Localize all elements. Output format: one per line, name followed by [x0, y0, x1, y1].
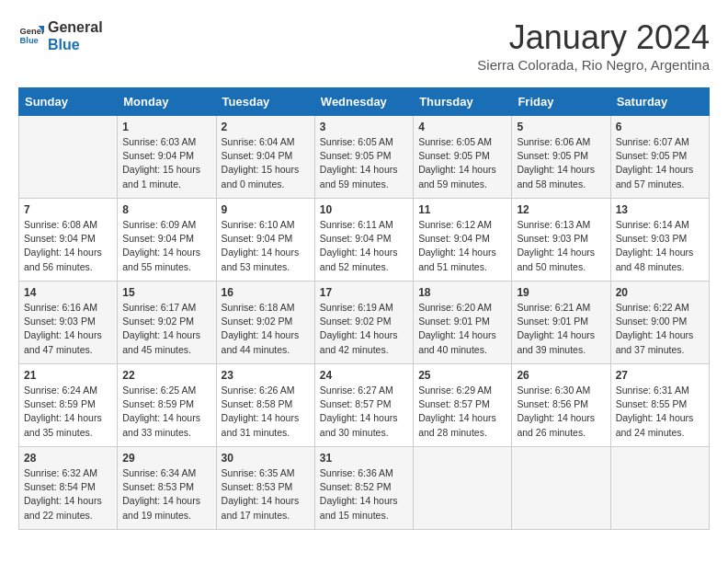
cell-info: Sunrise: 6:24 AMSunset: 8:59 PMDaylight:…	[24, 384, 112, 440]
day-number: 5	[517, 121, 605, 133]
weekday-header-row: SundayMondayTuesdayWednesdayThursdayFrid…	[19, 88, 710, 116]
weekday-header-monday: Monday	[118, 88, 216, 116]
cell-info: Sunrise: 6:12 AMSunset: 9:04 PMDaylight:…	[418, 218, 506, 274]
day-number: 15	[122, 286, 210, 299]
cell-info: Sunrise: 6:36 AMSunset: 8:52 PMDaylight:…	[320, 466, 408, 523]
calendar-cell: 19Sunrise: 6:21 AMSunset: 9:01 PMDayligh…	[512, 282, 610, 364]
weekday-header-tuesday: Tuesday	[216, 88, 314, 116]
cell-info: Sunrise: 6:10 AMSunset: 9:04 PMDaylight:…	[222, 218, 310, 274]
cell-info: Sunrise: 6:04 AMSunset: 9:04 PMDaylight:…	[222, 135, 310, 191]
day-number: 20	[616, 286, 704, 299]
cell-info: Sunrise: 6:22 AMSunset: 9:00 PMDaylight:…	[616, 301, 704, 357]
day-number: 11	[418, 203, 506, 216]
day-number: 23	[222, 369, 310, 382]
page-header: General Blue General Blue January 2024 S…	[18, 18, 710, 73]
calendar-cell: 18Sunrise: 6:20 AMSunset: 9:01 PMDayligh…	[414, 282, 512, 364]
cell-info: Sunrise: 6:14 AMSunset: 9:03 PMDaylight:…	[616, 218, 704, 274]
weekday-header-sunday: Sunday	[19, 88, 118, 116]
cell-info: Sunrise: 6:19 AMSunset: 9:02 PMDaylight:…	[320, 301, 408, 357]
calendar-cell: 13Sunrise: 6:14 AMSunset: 9:03 PMDayligh…	[610, 199, 709, 282]
calendar-cell: 17Sunrise: 6:19 AMSunset: 9:02 PMDayligh…	[314, 282, 413, 364]
logo-general: General	[48, 18, 103, 36]
day-number: 9	[222, 203, 310, 216]
cell-info: Sunrise: 6:25 AMSunset: 8:59 PMDaylight:…	[122, 384, 210, 440]
cell-info: Sunrise: 6:21 AMSunset: 9:01 PMDaylight:…	[517, 301, 605, 357]
weekday-header-thursday: Thursday	[414, 88, 512, 116]
day-number: 12	[517, 203, 605, 216]
calendar-cell	[610, 447, 709, 530]
cell-info: Sunrise: 6:05 AMSunset: 9:05 PMDaylight:…	[320, 135, 408, 191]
logo-icon: General Blue	[18, 23, 44, 49]
day-number: 24	[320, 369, 408, 382]
logo-blue: Blue	[48, 36, 103, 53]
cell-info: Sunrise: 6:30 AMSunset: 8:56 PMDaylight:…	[517, 384, 605, 440]
calendar-cell: 31Sunrise: 6:36 AMSunset: 8:52 PMDayligh…	[314, 447, 413, 530]
day-number: 29	[122, 452, 210, 465]
cell-info: Sunrise: 6:26 AMSunset: 8:58 PMDaylight:…	[222, 384, 310, 440]
calendar-cell: 7Sunrise: 6:08 AMSunset: 9:04 PMDaylight…	[19, 199, 118, 282]
day-number: 25	[418, 369, 506, 382]
cell-info: Sunrise: 6:05 AMSunset: 9:05 PMDaylight:…	[418, 135, 506, 191]
cell-info: Sunrise: 6:13 AMSunset: 9:03 PMDaylight:…	[517, 218, 605, 274]
calendar-cell: 1Sunrise: 6:03 AMSunset: 9:04 PMDaylight…	[118, 116, 216, 199]
day-number: 31	[320, 452, 408, 465]
cell-info: Sunrise: 6:17 AMSunset: 9:02 PMDaylight:…	[122, 301, 210, 357]
calendar-cell: 16Sunrise: 6:18 AMSunset: 9:02 PMDayligh…	[216, 282, 314, 364]
week-row-4: 21Sunrise: 6:24 AMSunset: 8:59 PMDayligh…	[19, 364, 710, 447]
location-subtitle: Sierra Colorada, Rio Negro, Argentina	[477, 57, 710, 73]
day-number: 10	[320, 203, 408, 216]
logo: General Blue General Blue	[18, 18, 103, 53]
day-number: 13	[616, 203, 704, 216]
calendar-cell: 8Sunrise: 6:09 AMSunset: 9:04 PMDaylight…	[118, 199, 216, 282]
day-number: 8	[122, 203, 210, 216]
cell-info: Sunrise: 6:11 AMSunset: 9:04 PMDaylight:…	[320, 218, 408, 274]
week-row-2: 7Sunrise: 6:08 AMSunset: 9:04 PMDaylight…	[19, 199, 710, 282]
cell-info: Sunrise: 6:07 AMSunset: 9:05 PMDaylight:…	[616, 135, 704, 191]
calendar-cell: 12Sunrise: 6:13 AMSunset: 9:03 PMDayligh…	[512, 199, 610, 282]
week-row-5: 28Sunrise: 6:32 AMSunset: 8:54 PMDayligh…	[19, 447, 710, 530]
calendar-cell: 3Sunrise: 6:05 AMSunset: 9:05 PMDaylight…	[314, 116, 413, 199]
calendar-cell	[19, 116, 118, 199]
cell-info: Sunrise: 6:35 AMSunset: 8:53 PMDaylight:…	[222, 466, 310, 523]
calendar-cell: 29Sunrise: 6:34 AMSunset: 8:53 PMDayligh…	[118, 447, 216, 530]
cell-info: Sunrise: 6:06 AMSunset: 9:05 PMDaylight:…	[517, 135, 605, 191]
day-number: 30	[222, 452, 310, 465]
calendar-cell: 4Sunrise: 6:05 AMSunset: 9:05 PMDaylight…	[414, 116, 512, 199]
calendar-cell: 6Sunrise: 6:07 AMSunset: 9:05 PMDaylight…	[610, 116, 709, 199]
cell-info: Sunrise: 6:03 AMSunset: 9:04 PMDaylight:…	[122, 135, 210, 191]
day-number: 1	[122, 121, 210, 133]
title-block: January 2024 Sierra Colorada, Rio Negro,…	[477, 18, 710, 73]
cell-info: Sunrise: 6:27 AMSunset: 8:57 PMDaylight:…	[320, 384, 408, 440]
day-number: 16	[222, 286, 310, 299]
calendar-cell: 24Sunrise: 6:27 AMSunset: 8:57 PMDayligh…	[314, 364, 413, 447]
calendar-cell: 22Sunrise: 6:25 AMSunset: 8:59 PMDayligh…	[118, 364, 216, 447]
cell-info: Sunrise: 6:29 AMSunset: 8:57 PMDaylight:…	[418, 384, 506, 440]
day-number: 21	[24, 369, 112, 382]
calendar-cell: 27Sunrise: 6:31 AMSunset: 8:55 PMDayligh…	[610, 364, 709, 447]
month-title: January 2024	[477, 18, 710, 57]
cell-info: Sunrise: 6:08 AMSunset: 9:04 PMDaylight:…	[24, 218, 112, 274]
svg-text:Blue: Blue	[20, 36, 39, 45]
calendar-cell: 5Sunrise: 6:06 AMSunset: 9:05 PMDaylight…	[512, 116, 610, 199]
calendar-cell: 28Sunrise: 6:32 AMSunset: 8:54 PMDayligh…	[19, 447, 118, 530]
calendar-table: SundayMondayTuesdayWednesdayThursdayFrid…	[18, 87, 710, 530]
calendar-cell: 11Sunrise: 6:12 AMSunset: 9:04 PMDayligh…	[414, 199, 512, 282]
day-number: 3	[320, 121, 408, 133]
calendar-cell: 21Sunrise: 6:24 AMSunset: 8:59 PMDayligh…	[19, 364, 118, 447]
cell-info: Sunrise: 6:31 AMSunset: 8:55 PMDaylight:…	[616, 384, 704, 440]
calendar-cell: 10Sunrise: 6:11 AMSunset: 9:04 PMDayligh…	[314, 199, 413, 282]
calendar-cell: 23Sunrise: 6:26 AMSunset: 8:58 PMDayligh…	[216, 364, 314, 447]
day-number: 2	[222, 121, 310, 133]
calendar-cell: 9Sunrise: 6:10 AMSunset: 9:04 PMDaylight…	[216, 199, 314, 282]
calendar-cell: 30Sunrise: 6:35 AMSunset: 8:53 PMDayligh…	[216, 447, 314, 530]
calendar-cell	[414, 447, 512, 530]
day-number: 4	[418, 121, 506, 133]
weekday-header-saturday: Saturday	[610, 88, 709, 116]
day-number: 14	[24, 286, 112, 299]
calendar-cell: 25Sunrise: 6:29 AMSunset: 8:57 PMDayligh…	[414, 364, 512, 447]
calendar-cell: 26Sunrise: 6:30 AMSunset: 8:56 PMDayligh…	[512, 364, 610, 447]
week-row-3: 14Sunrise: 6:16 AMSunset: 9:03 PMDayligh…	[19, 282, 710, 364]
calendar-cell: 14Sunrise: 6:16 AMSunset: 9:03 PMDayligh…	[19, 282, 118, 364]
cell-info: Sunrise: 6:32 AMSunset: 8:54 PMDaylight:…	[24, 466, 112, 523]
day-number: 22	[122, 369, 210, 382]
